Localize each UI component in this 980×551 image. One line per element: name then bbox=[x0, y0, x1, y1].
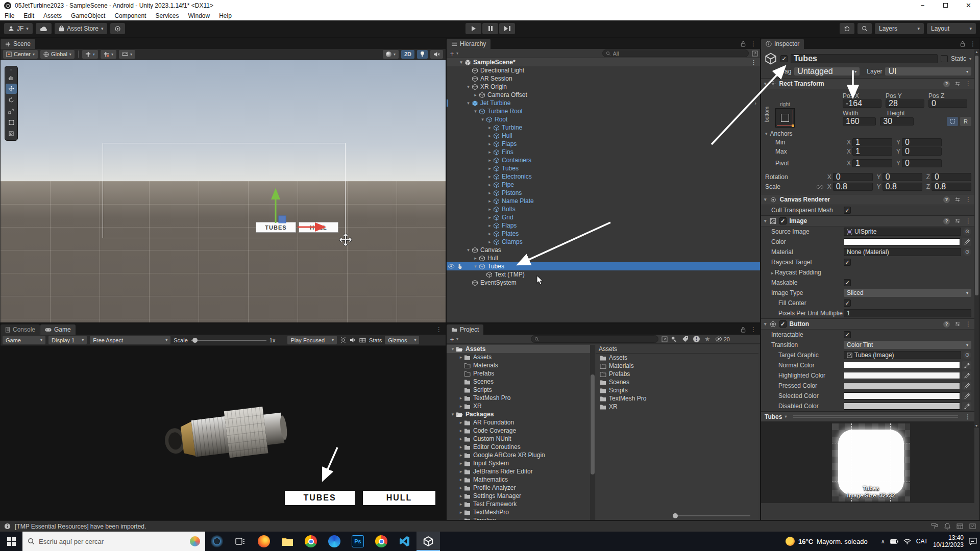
plastic-scm-button[interactable] bbox=[110, 23, 125, 34]
rect-tool-button[interactable] bbox=[6, 117, 17, 128]
static-checkbox[interactable] bbox=[941, 55, 948, 62]
vsync-icon[interactable] bbox=[359, 338, 366, 343]
tray-expand-icon[interactable]: ∧ bbox=[881, 538, 885, 545]
status-message[interactable]: [TMP Essential Resources] have been impo… bbox=[15, 523, 146, 530]
game-tubes-button[interactable]: TUBES bbox=[285, 491, 355, 505]
hierarchy-item[interactable]: ▸Containers bbox=[447, 156, 760, 164]
hierarchy-search-input[interactable] bbox=[613, 51, 745, 57]
lock-icon[interactable] bbox=[741, 41, 746, 47]
visual-studio-icon[interactable] bbox=[393, 532, 416, 551]
help-icon[interactable]: ? bbox=[943, 321, 950, 328]
blueprint-mode-button[interactable] bbox=[947, 117, 958, 126]
scale-tool-button[interactable] bbox=[6, 106, 17, 116]
object-field[interactable]: UISprite bbox=[844, 228, 961, 236]
expander-icon[interactable]: ▸ bbox=[472, 256, 479, 261]
section-button[interactable]: ▾✓Button?⋮ bbox=[761, 318, 974, 330]
lock-icon[interactable] bbox=[960, 41, 965, 47]
project-search[interactable] bbox=[531, 335, 658, 343]
expander-icon[interactable]: ▾ bbox=[472, 109, 479, 114]
pause-button[interactable] bbox=[482, 23, 498, 34]
scene-lighting-toggle[interactable] bbox=[417, 50, 428, 59]
mute-audio-icon[interactable] bbox=[350, 337, 356, 343]
capture-icon[interactable] bbox=[340, 337, 347, 343]
expander-icon[interactable]: ▸ bbox=[486, 231, 493, 236]
open-window-icon[interactable] bbox=[662, 336, 668, 342]
expander-icon[interactable]: ▸ bbox=[486, 215, 493, 220]
expander-icon[interactable]: ▸ bbox=[486, 198, 493, 204]
search-button[interactable] bbox=[857, 23, 872, 34]
anchor-max-x[interactable]: 1 bbox=[852, 147, 892, 156]
eyedropper-button[interactable] bbox=[962, 238, 971, 246]
expander-icon[interactable]: ▾ bbox=[472, 264, 479, 269]
grid-snap-toggle[interactable]: ▾ bbox=[82, 50, 98, 59]
checkbox[interactable]: ✓ bbox=[844, 207, 851, 214]
anchor-min-y[interactable]: 0 bbox=[902, 138, 942, 146]
menu-component[interactable]: Component bbox=[110, 12, 151, 19]
expander-icon[interactable]: ▸ bbox=[486, 149, 493, 155]
project-tree-item[interactable]: ▸Google ARCore XR Plugin bbox=[447, 451, 590, 459]
firefox-icon[interactable] bbox=[252, 532, 276, 551]
color-swatch[interactable] bbox=[844, 382, 960, 389]
expander-icon[interactable]: ▾ bbox=[465, 101, 472, 106]
transform-tool-button[interactable] bbox=[6, 129, 17, 139]
start-button[interactable] bbox=[0, 532, 22, 551]
expander-icon[interactable]: ▸ bbox=[486, 133, 493, 138]
hierarchy-item[interactable]: ▸Fins bbox=[447, 148, 760, 156]
presets-icon[interactable] bbox=[954, 196, 961, 203]
eyedropper-button[interactable] bbox=[962, 361, 971, 369]
scale-slider[interactable]: Scale 1x bbox=[174, 337, 275, 343]
expander-icon[interactable]: ▸ bbox=[486, 174, 493, 179]
height-field[interactable]: 30 bbox=[880, 117, 913, 126]
activity-icon[interactable] bbox=[969, 523, 976, 529]
open-window-icon[interactable] bbox=[752, 51, 758, 57]
project-tree-item[interactable]: ▸Test Framework bbox=[447, 500, 590, 508]
gizmos-dropdown[interactable]: Gizmos▾ bbox=[385, 336, 419, 344]
search-highlights-icon[interactable] bbox=[190, 536, 200, 546]
object-picker-icon[interactable]: ⊙ bbox=[963, 351, 971, 359]
project-tree-item[interactable]: ▸AR Foundation bbox=[447, 418, 590, 427]
asset-store-button[interactable]: Asset Store▾ bbox=[55, 23, 108, 34]
menu-edit[interactable]: Edit bbox=[19, 12, 39, 19]
hierarchy-item[interactable]: ▸Flaps bbox=[447, 221, 760, 230]
checkbox[interactable]: ✓ bbox=[844, 259, 851, 266]
layers-dropdown[interactable]: Layers▾ bbox=[875, 23, 924, 34]
create-object-button[interactable]: ＋▾ bbox=[449, 49, 458, 58]
hierarchy-item[interactable]: ▸Turbine bbox=[447, 123, 760, 132]
project-scrollbar[interactable] bbox=[590, 345, 595, 520]
expander-icon[interactable]: ▸ bbox=[472, 92, 479, 97]
2d-toggle[interactable]: 2D bbox=[401, 50, 414, 59]
tab-scene[interactable]: Scene bbox=[1, 39, 35, 49]
section-menu-icon[interactable]: ⋮ bbox=[965, 80, 971, 87]
game-viewport[interactable]: TUBES HULL bbox=[1, 346, 446, 520]
expander-icon[interactable]: ▸ bbox=[486, 207, 493, 212]
hierarchy-item[interactable]: ▸Hull bbox=[447, 132, 760, 140]
section-menu-icon[interactable]: ⋮ bbox=[965, 217, 971, 224]
project-tree-item[interactable]: Scripts bbox=[447, 386, 590, 394]
hierarchy-menu-icon[interactable]: ⋮ bbox=[750, 40, 756, 47]
pos-x-field[interactable]: -164 bbox=[843, 99, 881, 108]
project-tree-item[interactable]: ▸Timeline bbox=[447, 516, 590, 520]
inspector-scrollbar[interactable]: ▴▾ bbox=[974, 49, 979, 428]
project-pane-item[interactable]: Scripts bbox=[596, 386, 758, 394]
tool-orientation-dropdown[interactable]: Global▾ bbox=[40, 50, 75, 59]
color-swatch[interactable] bbox=[844, 238, 960, 245]
section-rect-transform[interactable]: ▾ Rect Transform ? ⋮ bbox=[761, 78, 974, 89]
account-button[interactable]: JF▾ bbox=[4, 23, 33, 34]
scene-audio-toggle[interactable] bbox=[430, 50, 443, 59]
presets-icon[interactable] bbox=[954, 81, 961, 87]
play-button[interactable] bbox=[465, 23, 481, 34]
presets-icon[interactable] bbox=[954, 218, 961, 224]
menu-help[interactable]: Help bbox=[214, 12, 236, 19]
menu-assets[interactable]: Assets bbox=[39, 12, 66, 19]
hidden-count-badge[interactable]: 20 bbox=[715, 336, 730, 342]
increment-snap-toggle[interactable]: ▾ bbox=[101, 50, 116, 59]
project-tree-item[interactable]: ▸Input System bbox=[447, 459, 590, 467]
section-menu-icon[interactable]: ⋮ bbox=[965, 196, 971, 203]
cloud-button[interactable] bbox=[36, 23, 52, 34]
display-dropdown[interactable]: Display 1▾ bbox=[48, 336, 87, 344]
eyedropper-button[interactable] bbox=[962, 392, 971, 400]
hierarchy-item[interactable]: ▸Bolts bbox=[447, 205, 760, 213]
scale-z[interactable]: 0.8 bbox=[932, 183, 971, 191]
anchor-preset-widget[interactable]: right bbox=[775, 102, 795, 129]
hierarchy-item[interactable]: ▾Tubes bbox=[447, 262, 760, 270]
